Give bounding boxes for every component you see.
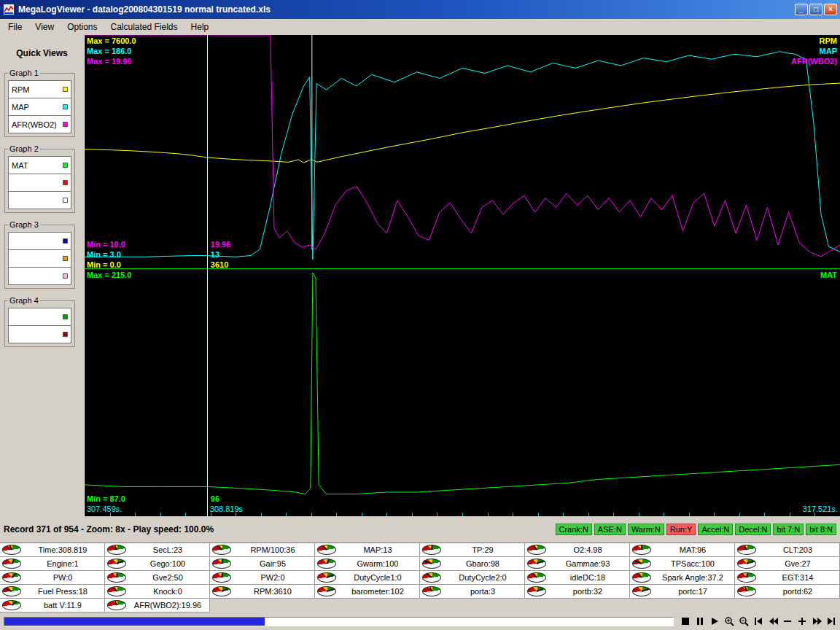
gauge-o2[interactable]: O2:4.98 bbox=[525, 543, 630, 557]
gauge-secl[interactable]: SecL:23 bbox=[105, 543, 210, 557]
play-button[interactable] bbox=[709, 616, 720, 627]
gauge-gve2[interactable]: Gve2:50 bbox=[105, 571, 210, 585]
gauge-gego[interactable]: Gego:100 bbox=[105, 557, 210, 571]
sidebar-groups: Graph 1RPMMAPAFR(WBO2)Graph 2MATGraph 3G… bbox=[0, 73, 84, 347]
gauge-idledc[interactable]: idleDC:18 bbox=[525, 571, 630, 585]
gauge-icon bbox=[317, 559, 336, 569]
menu-file[interactable]: File bbox=[1, 20, 28, 34]
group-graph-4: Graph 4 bbox=[4, 300, 75, 347]
gauge-text: SecL:23 bbox=[126, 545, 209, 554]
gauge-rpm-100[interactable]: RPM/100:36 bbox=[210, 543, 315, 557]
gauge-portc[interactable]: portc:17 bbox=[630, 585, 735, 599]
quick-view-slot-empty[interactable] bbox=[8, 249, 71, 268]
gauge-clt[interactable]: CLT:203 bbox=[735, 543, 840, 557]
gauge-text: Gve:27 bbox=[756, 559, 839, 568]
gauge-barometer[interactable]: barometer:102 bbox=[315, 585, 420, 599]
gauge-text: Gammae:93 bbox=[546, 559, 629, 568]
gauge-egt[interactable]: EGT:314 bbox=[735, 571, 840, 585]
gauge-text: O2:4.98 bbox=[546, 545, 629, 554]
rewind-button[interactable] bbox=[767, 616, 778, 627]
gauge-knock[interactable]: Knock:0 bbox=[105, 585, 210, 599]
gauge-icon bbox=[737, 559, 756, 569]
gauge-porta[interactable]: porta:3 bbox=[420, 585, 525, 599]
close-button[interactable]: × bbox=[824, 4, 837, 15]
gauge-portb[interactable]: portb:32 bbox=[525, 585, 630, 599]
playback-progress-bar[interactable] bbox=[4, 617, 674, 626]
quick-view-slot-empty[interactable] bbox=[8, 232, 71, 250]
plus-button[interactable] bbox=[796, 616, 807, 627]
gauge-icon bbox=[212, 559, 231, 569]
color-swatch bbox=[63, 256, 68, 261]
player-controls bbox=[680, 616, 836, 627]
gauge-icon bbox=[527, 545, 546, 555]
gauge-needle bbox=[537, 588, 545, 592]
gauge-afr-wbo2[interactable]: AFR(WBO2):19.96 bbox=[105, 599, 210, 612]
gauge-gammae[interactable]: Gammae:93 bbox=[525, 557, 630, 571]
gauge-gair[interactable]: Gair:95 bbox=[210, 557, 315, 571]
menu-options[interactable]: Options bbox=[61, 20, 104, 34]
fast-forward-button[interactable] bbox=[811, 616, 822, 627]
plot-top[interactable]: Max = 7600.0Max = 186.0Max = 19.96RPMMAP… bbox=[85, 35, 840, 269]
gauge-needle bbox=[531, 572, 537, 578]
minimize-button[interactable]: _ bbox=[795, 4, 808, 15]
quick-view-slot-rpm[interactable]: RPM bbox=[8, 80, 71, 98]
quick-view-slot-empty[interactable] bbox=[8, 191, 71, 209]
gauge-gbaro[interactable]: Gbaro:98 bbox=[420, 557, 525, 571]
gauge-gwarm[interactable]: Gwarm:100 bbox=[315, 557, 420, 571]
status-badges: Crank:NASE:NWarm:NRun:YAccel:NDecel:Nbit… bbox=[556, 524, 836, 535]
gauge-portd[interactable]: portd:62 bbox=[735, 585, 840, 599]
skip-start-button[interactable] bbox=[752, 616, 763, 627]
gauge-text: Fuel Press:18 bbox=[21, 587, 104, 596]
menu-calculated-fields[interactable]: Calculated Fields bbox=[104, 20, 184, 34]
main-area: Quick Views Graph 1RPMMAPAFR(WBO2)Graph … bbox=[0, 35, 840, 516]
stop-button[interactable] bbox=[680, 616, 691, 627]
quick-view-slot-empty[interactable] bbox=[8, 308, 71, 326]
status-badge-decel-n: Decel:N bbox=[735, 524, 771, 535]
gauge-fuel-press[interactable]: Fuel Press:18 bbox=[0, 585, 105, 599]
gauge-tp[interactable]: TP:29 bbox=[420, 543, 525, 557]
app-icon bbox=[3, 4, 15, 15]
gauge-batt-v[interactable]: batt V:11.9 bbox=[0, 599, 105, 612]
group-graph-3: Graph 3 bbox=[4, 225, 75, 289]
gauge-gve[interactable]: Gve:27 bbox=[735, 557, 840, 571]
time-tick bbox=[814, 513, 815, 516]
zoom-out-button[interactable] bbox=[738, 616, 749, 627]
quick-view-slot-empty[interactable] bbox=[8, 325, 71, 343]
gauge-spark-angle[interactable]: Spark Angle:37.2 bbox=[630, 571, 735, 585]
time-tick bbox=[689, 513, 690, 516]
title-bar[interactable]: MegaLogViewer - datalog200804301519 norm… bbox=[0, 0, 840, 19]
gauge-pw2[interactable]: PW2:0 bbox=[210, 571, 315, 585]
gauge-needle bbox=[112, 545, 117, 550]
playback-cursor-line[interactable] bbox=[207, 35, 208, 517]
quick-view-slot-empty[interactable] bbox=[8, 174, 71, 192]
gauge-dutycycle1[interactable]: DutyCycle1:0 bbox=[315, 571, 420, 585]
gauge-text: AFR(WBO2):19.96 bbox=[126, 601, 209, 610]
status-badge-ase-n: ASE:N bbox=[594, 524, 626, 535]
gauge-time[interactable]: Time:308.819 bbox=[0, 543, 105, 557]
quick-view-slot-mat[interactable]: MAT bbox=[8, 156, 71, 174]
menu-view[interactable]: View bbox=[28, 20, 61, 34]
gauge-tpsacc[interactable]: TPSacc:100 bbox=[630, 557, 735, 571]
time-tick bbox=[764, 513, 765, 516]
gauge-dutycycle2[interactable]: DutyCycle2:0 bbox=[420, 571, 525, 585]
menu-help[interactable]: Help bbox=[184, 20, 216, 34]
zoom-in-button[interactable] bbox=[723, 616, 734, 627]
quick-view-slot-afr-wbo2[interactable]: AFR(WBO2) bbox=[8, 115, 71, 133]
plot-bottom[interactable]: Max = 215.0MATMin = 87.096 bbox=[85, 269, 840, 503]
gauge-pw[interactable]: PW:0 bbox=[0, 571, 105, 585]
graph-area[interactable]: Max = 7600.0Max = 186.0Max = 19.96RPMMAP… bbox=[84, 35, 840, 516]
maximize-button[interactable]: □ bbox=[809, 4, 822, 15]
gauge-needle bbox=[431, 545, 433, 550]
pause-button[interactable] bbox=[694, 616, 705, 627]
skip-end-button[interactable] bbox=[825, 616, 836, 627]
gauge-map[interactable]: MAP:13 bbox=[315, 543, 420, 557]
minus-button[interactable] bbox=[782, 616, 793, 627]
gauge-engine[interactable]: Engine:1 bbox=[0, 557, 105, 571]
gauge-rpm[interactable]: RPM:3610 bbox=[210, 585, 315, 599]
time-start-label: 307.459s. bbox=[87, 505, 122, 513]
max-label-map: Max = 186.0 bbox=[87, 47, 131, 55]
quick-view-slot-map[interactable]: MAP bbox=[8, 98, 71, 116]
quick-view-slot-empty[interactable] bbox=[8, 267, 71, 285]
min-label-afr-wbo2: Min = 10.0 bbox=[87, 240, 125, 249]
gauge-mat[interactable]: MAT:96 bbox=[630, 543, 735, 557]
